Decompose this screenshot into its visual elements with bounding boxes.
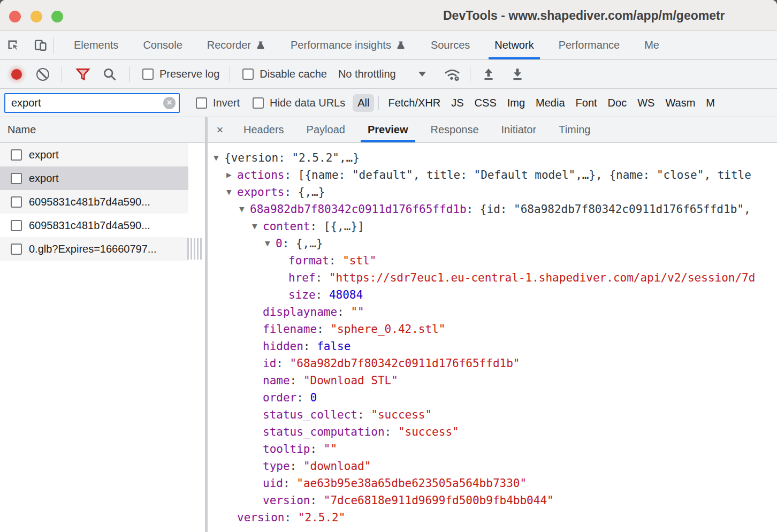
request-checkbox[interactable] [11,220,22,231]
json-tree-line[interactable]: order: 0 [208,389,777,406]
clear-network-log-icon[interactable] [36,68,49,81]
collapse-arrow-icon[interactable]: ▼ [265,235,276,252]
request-row-selected[interactable]: export [0,166,188,190]
filter-pill-all[interactable]: All [353,94,374,112]
clear-filter-icon[interactable]: × [163,97,176,109]
tab-headers[interactable]: Headers [232,117,295,142]
filter-pill-media[interactable]: Media [531,94,569,112]
collapse-arrow-icon[interactable]: ▼ [214,149,224,166]
json-tree-line[interactable]: tooltip: "" [208,440,777,458]
network-conditions-icon[interactable] [443,66,461,82]
request-detail-panel: × Headers Payload Preview Response Initi… [208,117,777,532]
tab-response[interactable]: Response [420,117,490,142]
invert-label[interactable]: Invert [213,97,240,109]
json-tree-line[interactable]: displayname: "" [208,303,777,321]
json-tree-line[interactable]: name: "Download STL" [208,372,777,389]
filter-pill-manifest[interactable]: M [701,94,720,112]
tab-sources[interactable]: Sources [418,31,482,59]
json-tree-line[interactable]: type: "download" [208,458,777,475]
json-tree-line[interactable]: ▼0: {,…} [208,235,777,252]
flask-icon [395,40,406,51]
inspect-element-button[interactable] [0,31,27,59]
inspect-cursor-icon [6,38,21,52]
filter-pill-doc[interactable]: Doc [603,94,632,112]
json-tree-line[interactable]: format: "stl" [208,252,777,269]
collapse-arrow-icon[interactable]: ▼ [226,184,237,201]
tab-elements[interactable]: Elements [62,31,131,59]
hide-data-urls-label[interactable]: Hide data URLs [270,97,345,109]
close-window-button[interactable] [9,11,21,22]
collapse-arrow-icon[interactable]: ▼ [252,218,263,235]
tab-timing[interactable]: Timing [547,117,601,142]
tab-console[interactable]: Console [131,31,194,59]
filter-input-wrapper: × [4,93,180,113]
json-tree-line[interactable]: href: "https://sdr7euc1.eu-central-1.sha… [208,269,777,286]
pill-separator [378,96,379,110]
filter-input[interactable] [4,93,180,113]
hide-data-urls-checkbox[interactable] [253,97,264,109]
preserve-log-label[interactable]: Preserve log [159,68,219,80]
minimize-window-button[interactable] [31,11,42,22]
json-tree-line[interactable]: uid: "ae63b95e38a65dbe623505a564bb7330" [208,475,777,492]
zoom-window-button[interactable] [51,11,63,22]
tab-recorder[interactable]: Recorder [195,31,278,59]
chevron-down-icon[interactable] [418,72,426,77]
json-tree-line[interactable]: version: "7dce6818e911d9699fd500b9fb4bb0… [208,492,777,509]
close-detail-icon[interactable]: × [208,117,232,142]
request-checkbox[interactable] [11,149,22,161]
filter-pill-ws[interactable]: WS [633,94,659,112]
import-har-icon[interactable] [481,67,496,82]
json-tree-line[interactable]: ▼content: [{,…}] [208,218,777,235]
json-tree-line[interactable]: status_computation: "success" [208,423,777,440]
filter-icon[interactable] [75,66,91,82]
tab-network[interactable]: Network [482,31,546,59]
request-checkbox[interactable] [11,173,22,184]
toggle-device-toolbar-button[interactable] [27,31,54,59]
tab-performance[interactable]: Performance [546,31,633,59]
search-icon[interactable] [102,67,117,82]
network-content: Name export export 6095831c481b7d4a590..… [0,117,777,532]
toolbar-separator [470,66,470,82]
json-tree-line[interactable]: hidden: false [208,338,777,355]
devtools-tabbar: Elements Console Recorder Performance in… [0,31,777,60]
filter-pill-css[interactable]: CSS [470,94,501,112]
json-tree-line[interactable]: filename: "sphere_0.42.stl" [208,321,777,338]
json-tree-line[interactable]: ▼exports: {,…} [208,184,777,201]
name-column-header[interactable]: Name [0,117,205,143]
json-tree-line[interactable]: ▼68a982db7f80342c0911d176f65ffd1b: {id: … [208,201,777,218]
json-tree-line[interactable]: size: 48084 [208,286,777,303]
expand-arrow-icon[interactable]: ▶ [226,166,237,184]
tab-memory[interactable]: Me [632,31,672,59]
request-row[interactable]: export [0,143,188,166]
filter-pill-font[interactable]: Font [571,94,602,112]
tab-preview[interactable]: Preview [356,117,420,142]
tab-payload[interactable]: Payload [295,117,356,142]
record-network-log-button[interactable] [11,69,22,80]
json-tree-line[interactable]: ▶actions: [{name: "default", title: "Def… [208,166,777,184]
toolbar-separator [130,66,130,82]
throttling-select[interactable]: No throttling [338,68,396,80]
preserve-log-checkbox[interactable] [142,69,154,80]
tab-initiator[interactable]: Initiator [490,117,548,142]
invert-checkbox[interactable] [196,97,207,109]
request-row[interactable]: 0.glb?Expires=16660797... [0,237,188,261]
request-checkbox[interactable] [11,196,22,208]
collapse-arrow-icon[interactable]: ▼ [239,201,250,218]
filter-pill-img[interactable]: Img [502,94,530,112]
json-tree-line[interactable]: ▼{version: "2.5.2",…} [208,149,777,166]
request-row[interactable]: 6095831c481b7d4a590... [0,214,188,237]
disable-cache-label[interactable]: Disable cache [260,68,327,80]
json-tree-line[interactable]: version: "2.5.2" [208,509,777,526]
json-tree-line[interactable]: status_collect: "success" [208,406,777,423]
filter-pill-js[interactable]: JS [446,94,468,112]
export-har-icon[interactable] [510,67,525,82]
request-row[interactable]: 6095831c481b7d4a590... [0,190,188,214]
filter-pill-wasm[interactable]: Wasm [660,94,700,112]
request-checkbox[interactable] [11,244,22,255]
detail-tabbar: × Headers Payload Preview Response Initi… [208,117,777,143]
filter-pill-fetch-xhr[interactable]: Fetch/XHR [383,94,445,112]
json-tree-line[interactable]: id: "68a982db7f80342c0911d176f65ffd1b" [208,355,777,372]
disable-cache-checkbox[interactable] [242,69,254,80]
tab-performance-insights[interactable]: Performance insights [278,31,418,59]
network-toolbar: Preserve log Disable cache No throttling [0,60,777,89]
